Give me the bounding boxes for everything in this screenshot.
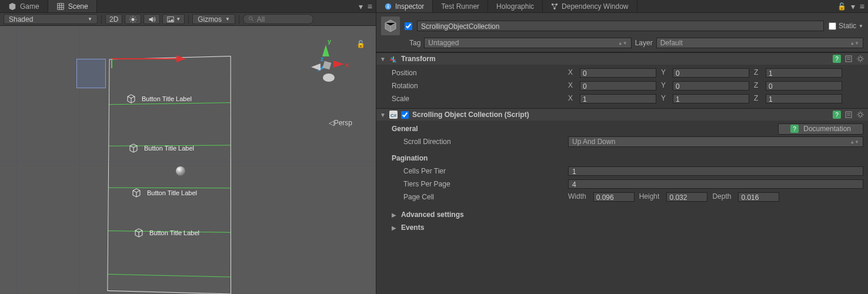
scene-viewport[interactable]: Button Title Label Button Title Label Bu… xyxy=(0,26,376,294)
persp-label[interactable]: ◁ Persp xyxy=(329,119,352,127)
component-header[interactable]: ▼ Transform ? xyxy=(376,53,868,65)
static-checkbox[interactable] xyxy=(829,22,836,30)
scale-y[interactable]: 1 xyxy=(673,94,749,103)
svg-marker-14 xyxy=(176,55,186,62)
cube-icon xyxy=(126,94,136,103)
component-header[interactable]: ▼ C# Scrolling Object Collection (Script… xyxy=(376,109,868,121)
svg-text:?: ? xyxy=(793,126,797,132)
shading-dropdown[interactable]: Shaded ▼ xyxy=(4,14,98,24)
svg-text:C#: C# xyxy=(390,113,397,118)
tab-game[interactable]: Game xyxy=(0,0,48,12)
rotation-z[interactable]: 0 xyxy=(766,81,842,91)
layer-label: Layer xyxy=(635,39,653,47)
cube-icon xyxy=(381,16,400,35)
width-label: Width xyxy=(568,192,586,202)
help-icon[interactable]: ? xyxy=(833,111,841,119)
svg-rect-22 xyxy=(323,61,332,70)
advanced-heading[interactable]: Advanced settings xyxy=(401,211,577,219)
button-label: Button Title Label xyxy=(144,145,194,152)
foldout-icon: ▼ xyxy=(380,112,386,118)
tag-value: Untagged xyxy=(428,39,459,47)
preset-icon[interactable] xyxy=(844,111,853,119)
tab-label: Test Runner xyxy=(441,2,479,11)
gameobject-name-field[interactable]: ScrollingObjectCollection xyxy=(417,21,824,31)
inspector-tab-label: Inspector xyxy=(395,2,424,11)
scroll-direction-dropdown[interactable]: Up And Down ▲▼ xyxy=(568,136,863,147)
btn-light[interactable] xyxy=(125,14,141,24)
page-cell-depth[interactable]: 0.016 xyxy=(738,192,779,202)
inspector-tabs: i Inspector Test Runner Holographic Depe… xyxy=(376,0,868,13)
tag-label: Tag xyxy=(409,39,420,47)
dropdown-icon[interactable]: ▾ xyxy=(851,2,855,11)
btn-fx[interactable]: ▼ xyxy=(162,14,185,24)
height-label: Height xyxy=(639,192,660,202)
tab-inspector[interactable]: i Inspector xyxy=(376,0,433,12)
foldout-icon[interactable]: ▶ xyxy=(392,225,398,231)
move-gizmo[interactable] xyxy=(106,47,200,71)
graph-icon xyxy=(551,3,558,10)
gear-icon[interactable] xyxy=(856,55,864,63)
scale-z[interactable]: 1 xyxy=(766,94,842,103)
position-y[interactable]: 0 xyxy=(673,68,749,78)
depth-label: Depth xyxy=(712,192,731,202)
svg-line-5 xyxy=(131,16,131,17)
static-toggle[interactable]: Static ▼ xyxy=(829,22,863,30)
gear-icon[interactable] xyxy=(856,111,864,119)
btn-2d[interactable]: 2D xyxy=(105,14,122,24)
svg-text:?: ? xyxy=(835,112,839,118)
svg-point-0 xyxy=(132,18,135,21)
page-cell-height[interactable]: 0.032 xyxy=(666,192,707,202)
page-cell-width[interactable]: 0.096 xyxy=(593,192,635,202)
help-icon[interactable]: ? xyxy=(833,55,841,63)
rotation-y[interactable]: 0 xyxy=(673,81,749,91)
orientation-gizmo[interactable]: y x z xyxy=(299,38,352,91)
transform-title: Transform xyxy=(401,55,436,63)
wireframe-box xyxy=(107,56,231,294)
preset-icon[interactable] xyxy=(844,55,853,63)
svg-point-11 xyxy=(249,16,252,20)
tab-dependency[interactable]: Dependency Window xyxy=(543,0,637,12)
svg-text:z: z xyxy=(321,55,324,62)
scene-search[interactable]: All xyxy=(243,14,313,24)
val: 1 xyxy=(572,168,576,176)
cells-per-tier-input[interactable]: 1 xyxy=(568,166,863,176)
sun-icon xyxy=(129,15,137,24)
position-x[interactable]: 0 xyxy=(580,68,656,78)
val: 0.096 xyxy=(596,193,614,202)
button-label: Button Title Label xyxy=(142,95,192,102)
events-heading[interactable]: Events xyxy=(401,223,577,232)
tab-scene[interactable]: Scene xyxy=(48,0,97,12)
tag-dropdown[interactable]: Untagged ▲▼ xyxy=(424,38,631,48)
tab-label: Holographic xyxy=(496,2,534,11)
documentation-button[interactable]: ? Documentation xyxy=(778,123,863,135)
dropdown-icon[interactable]: ▾ xyxy=(359,2,363,11)
page-cell-label: Page Cell xyxy=(392,193,568,201)
list-item: Button Title Label xyxy=(132,188,197,198)
scale-x[interactable]: 1 xyxy=(580,94,656,103)
gizmos-label: Gizmos xyxy=(198,15,222,24)
btn-audio[interactable] xyxy=(143,14,160,24)
cube-icon xyxy=(132,188,141,198)
gizmos-dropdown[interactable]: Gizmos ▼ xyxy=(192,14,235,24)
updown-icon: ▲▼ xyxy=(850,41,859,46)
tab-holographic[interactable]: Holographic xyxy=(488,0,543,12)
lock-icon[interactable]: 🔓 xyxy=(356,40,365,48)
layer-dropdown[interactable]: Default ▲▼ xyxy=(656,38,863,48)
val: 0 xyxy=(583,82,587,91)
val: Up And Down xyxy=(572,138,615,146)
foldout-icon[interactable]: ▶ xyxy=(392,212,398,218)
active-checkbox[interactable] xyxy=(405,22,412,30)
transform-icon xyxy=(389,55,398,63)
rotation-x[interactable]: 0 xyxy=(580,81,656,91)
script-enabled-checkbox[interactable] xyxy=(401,111,409,119)
tiers-per-page-input[interactable]: 4 xyxy=(568,179,863,189)
menu-icon[interactable]: ≡ xyxy=(368,2,372,11)
lock-icon[interactable]: 🔓 xyxy=(837,2,846,11)
persp-text: Persp xyxy=(334,119,352,127)
position-z[interactable]: 1 xyxy=(766,68,842,78)
scale-label: Scale xyxy=(392,95,568,103)
picture-icon xyxy=(166,15,175,24)
menu-icon[interactable]: ≡ xyxy=(860,2,864,11)
tab-test-runner[interactable]: Test Runner xyxy=(433,0,488,12)
svg-line-6 xyxy=(135,21,135,22)
